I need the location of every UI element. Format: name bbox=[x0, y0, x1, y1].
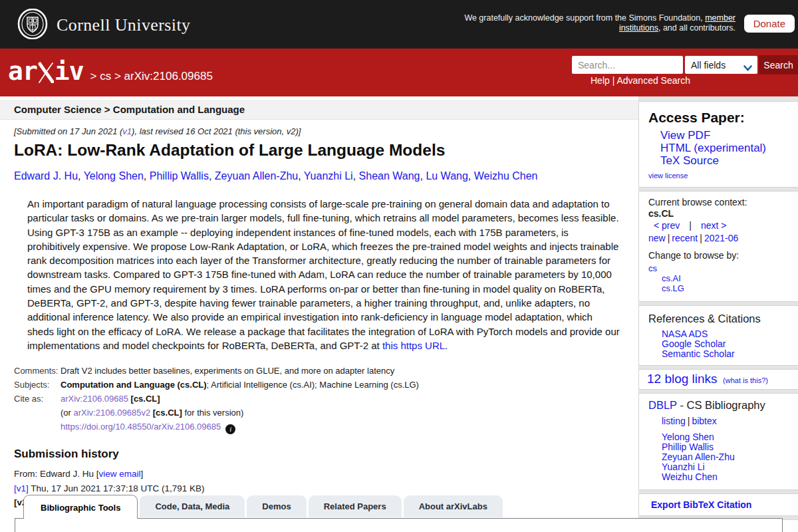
author-link[interactable]: Lu Wang bbox=[426, 170, 473, 182]
logo-iv: iv bbox=[55, 57, 84, 86]
v1-details: Thu, 17 Jun 2021 17:37:18 UTC (1,791 KB) bbox=[29, 483, 205, 493]
dblp-author-links: Yelong Shen Phillip Wallis Zeyuan Allen-… bbox=[648, 432, 793, 482]
arxiv-id-link[interactable]: arXiv:2106.09685 bbox=[61, 394, 128, 404]
primary-subject: Computation and Language (cs.CL) bbox=[61, 380, 207, 390]
dblp-heading-text: - CS Bibliography bbox=[677, 399, 765, 411]
search-input[interactable] bbox=[572, 56, 683, 74]
from-text: From: Edward J. Hu [ bbox=[14, 469, 99, 479]
html-experimental-link[interactable]: HTML (experimental) bbox=[660, 142, 793, 154]
browse-context-label: Current browse context: bbox=[648, 197, 793, 207]
month-link[interactable]: 2021-06 bbox=[704, 233, 738, 243]
author-list: Edward J. HuYelong ShenPhillip WallisZey… bbox=[14, 170, 638, 182]
cite-version-text: (or bbox=[61, 408, 74, 418]
history-v1-line: [v1] Thu, 17 Jun 2021 17:37:18 UTC (1,79… bbox=[14, 483, 638, 494]
blog-links-card: 12 blog links (what is this?) bbox=[638, 369, 798, 390]
breadcrumb-cs-link[interactable]: cs bbox=[100, 70, 111, 82]
breadcrumb-paper-id: arXiv:2106.09685 bbox=[124, 70, 213, 82]
from-text-end: ] bbox=[141, 469, 144, 479]
view-license-link[interactable]: view license bbox=[648, 172, 688, 180]
arxiv-version-link[interactable]: arXiv:2106.09685v2 bbox=[74, 408, 151, 418]
tab-related-papers[interactable]: Related Papers bbox=[309, 495, 402, 517]
google-scholar-link[interactable]: Google Scholar bbox=[662, 339, 793, 349]
cornell-logo[interactable]: Cornell University bbox=[17, 9, 190, 42]
abstract: An important paradigm of natural languag… bbox=[27, 197, 622, 352]
search-help-links: Help | Advanced Search bbox=[567, 75, 714, 86]
cite-version-value: (or arXiv:2106.09685v2 [cs.CL] for this … bbox=[61, 408, 243, 418]
donate-button[interactable]: Donate bbox=[744, 15, 795, 33]
author-link[interactable]: Zeyuan Allen-Zhu bbox=[215, 170, 304, 182]
browse-cs-ai-link[interactable]: cs.AI bbox=[662, 273, 793, 283]
doi-link[interactable]: https://doi.org/10.48550/arXiv.2106.0968… bbox=[61, 422, 221, 432]
browse-cs-lg-link[interactable]: cs.LG bbox=[662, 283, 793, 293]
subject-breadcrumb: Computer Science > Computation and Langu… bbox=[0, 100, 638, 120]
dblp-bibtex-link[interactable]: bibtex bbox=[692, 416, 716, 426]
separator: | bbox=[700, 233, 702, 243]
change-browse-label: Change to browse by: bbox=[648, 250, 793, 261]
author-link[interactable]: Edward J. Hu bbox=[14, 170, 84, 182]
dblp-card: DBLP - CS Bibliography listing|bibtex Ye… bbox=[638, 393, 798, 490]
author-link[interactable]: Yuanzhi Li bbox=[304, 170, 359, 182]
dblp-listing-nav: listing|bibtex bbox=[662, 416, 793, 426]
arxiv-logo[interactable]: ar iv bbox=[8, 57, 84, 86]
metadata-table: Comments: Draft V2 includes better basel… bbox=[14, 366, 638, 434]
dblp-author-link[interactable]: Zeyuan Allen-Zhu bbox=[662, 452, 793, 462]
browse-cs-link[interactable]: cs bbox=[648, 263, 657, 273]
access-paper-card: Access Paper: View PDF HTML (experimenta… bbox=[638, 101, 798, 188]
tab-about-arxivlabs[interactable]: About arXivLabs bbox=[404, 495, 503, 517]
cite-version-text-end: for this version) bbox=[182, 408, 243, 418]
access-paper-heading: Access Paper: bbox=[648, 110, 793, 126]
subjects-row: Subjects: Computation and Language (cs.C… bbox=[14, 380, 638, 390]
labs-tab-bar: Bibliographic Tools Code, Data, Media De… bbox=[23, 495, 503, 519]
prev-link[interactable]: < prev bbox=[654, 220, 680, 231]
abstract-url-link[interactable]: this https URL bbox=[382, 340, 445, 351]
view-email-link[interactable]: view email bbox=[99, 469, 141, 479]
comments-value: Draft V2 includes better baselines, expe… bbox=[61, 366, 394, 376]
field-select[interactable]: All fields bbox=[685, 56, 757, 74]
info-icon[interactable]: i bbox=[225, 424, 235, 434]
references-citations-card: References & Citations NASA ADS Google S… bbox=[638, 305, 798, 366]
cite-version-row: (or arXiv:2106.09685v2 [cs.CL] for this … bbox=[14, 408, 638, 418]
semantic-scholar-link[interactable]: Semantic Scholar bbox=[662, 349, 793, 359]
dblp-author-link[interactable]: Weizhu Chen bbox=[662, 472, 793, 482]
blog-links-link[interactable]: 12 blog links bbox=[647, 372, 718, 386]
v1-link[interactable]: v1 bbox=[122, 126, 132, 136]
tex-source-link[interactable]: TeX Source bbox=[660, 154, 793, 167]
next-link[interactable]: next > bbox=[701, 220, 727, 231]
spacer bbox=[14, 422, 61, 434]
cornell-wordmark: Cornell University bbox=[57, 15, 190, 35]
export-bibtex-link[interactable]: Export BibTeX Citation bbox=[651, 499, 751, 510]
cite-as-row: Cite as: arXiv:2106.09685 [cs.CL] bbox=[14, 394, 638, 404]
v1-version-link[interactable]: [v1] bbox=[14, 483, 29, 493]
new-link[interactable]: new bbox=[648, 233, 666, 243]
subjects-value: Computation and Language (cs.CL); Artifi… bbox=[61, 380, 419, 390]
author-link[interactable]: Shean Wang bbox=[359, 170, 426, 182]
search-field-selector[interactable]: All fields bbox=[685, 56, 757, 74]
recent-link[interactable]: recent bbox=[672, 233, 698, 243]
browse-context-card: Current browse context: cs.CL < prev|nex… bbox=[638, 191, 798, 302]
nasa-ads-link[interactable]: NASA ADS bbox=[662, 329, 793, 339]
breadcrumb-sep: > bbox=[90, 70, 97, 82]
arxiv-brand: ar iv > cs > arXiv:2106.09685 bbox=[8, 57, 213, 86]
author-link[interactable]: Weizhu Chen bbox=[474, 170, 538, 182]
search-button[interactable]: Search bbox=[759, 55, 798, 74]
separator: | bbox=[689, 220, 692, 231]
dblp-listing-link[interactable]: listing bbox=[662, 416, 686, 426]
cornell-seal-icon bbox=[17, 9, 48, 42]
tab-bibliographic-tools[interactable]: Bibliographic Tools bbox=[23, 495, 138, 519]
secondary-subjects: ; Artificial Intelligence (cs.AI); Machi… bbox=[207, 380, 419, 390]
view-pdf-link[interactable]: View PDF bbox=[660, 129, 793, 142]
tab-demos[interactable]: Demos bbox=[247, 495, 306, 517]
dblp-author-link[interactable]: Yuanzhi Li bbox=[662, 462, 793, 472]
help-link[interactable]: Help bbox=[591, 75, 610, 86]
author-link[interactable]: Yelong Shen bbox=[84, 170, 150, 182]
prev-next-nav: < prev|next > bbox=[648, 220, 793, 231]
dblp-author-link[interactable]: Yelong Shen bbox=[662, 432, 793, 442]
tab-code-data-media[interactable]: Code, Data, Media bbox=[140, 495, 245, 517]
advanced-search-link[interactable]: Advanced Search bbox=[616, 75, 690, 86]
dblp-link[interactable]: DBLP bbox=[648, 399, 677, 411]
history-from-line: From: Edward J. Hu [view email] bbox=[14, 469, 638, 479]
author-link[interactable]: Phillip Wallis bbox=[150, 170, 215, 182]
arxiv-chi-icon bbox=[38, 60, 54, 89]
what-is-this-link[interactable]: (what is this?) bbox=[723, 376, 768, 384]
dblp-author-link[interactable]: Phillip Wallis bbox=[662, 442, 793, 452]
